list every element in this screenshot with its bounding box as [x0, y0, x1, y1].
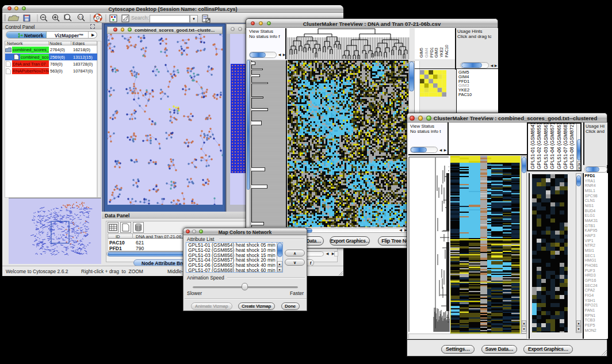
svg-text:1:1: 1:1	[79, 16, 83, 19]
